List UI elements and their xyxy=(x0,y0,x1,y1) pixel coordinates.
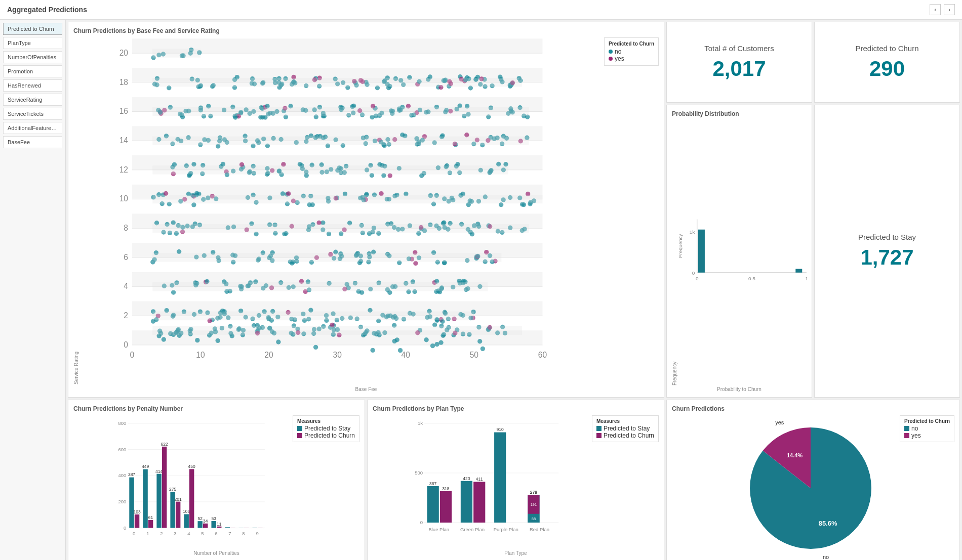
sidebar-item-basefee[interactable]: BaseFee xyxy=(3,136,62,148)
svg-text:400: 400 xyxy=(118,472,127,478)
stats-row: Total # of Customers 2,017 Predicted to … xyxy=(666,22,960,103)
svg-rect-839 xyxy=(152,195,542,203)
scatter-legend-no-label: no xyxy=(615,48,621,55)
svg-text:yes: yes xyxy=(775,419,784,425)
svg-text:0: 0 xyxy=(133,531,135,536)
scatter-panel: Churn Predictions by Base Fee and Servic… xyxy=(68,22,664,398)
svg-point-52 xyxy=(276,339,280,344)
sidebar-item-promotion[interactable]: Promotion xyxy=(3,65,62,77)
svg-text:0: 0 xyxy=(696,276,699,281)
plantype-churn-rect xyxy=(596,433,602,438)
svg-text:61: 61 xyxy=(148,515,153,520)
svg-rect-842 xyxy=(152,107,529,116)
page-title: Aggregated Predictions ‹ › xyxy=(0,0,962,20)
sidebar-item-servicerating[interactable]: ServiceRating xyxy=(3,94,62,106)
sidebar-item-plantype[interactable]: PlanType xyxy=(3,37,62,49)
svg-text:275: 275 xyxy=(169,487,176,492)
svg-text:34: 34 xyxy=(203,519,208,524)
nav-prev[interactable]: ‹ xyxy=(930,4,941,15)
pie-yes-label: yes xyxy=(911,432,921,439)
svg-text:105: 105 xyxy=(183,509,190,514)
svg-text:200: 200 xyxy=(118,499,127,504)
svg-text:0: 0 xyxy=(130,351,134,359)
svg-point-54 xyxy=(395,337,399,342)
plantype-stay-label: Predicted to Stay xyxy=(604,425,650,432)
svg-text:367: 367 xyxy=(429,481,436,486)
svg-rect-840 xyxy=(152,165,508,174)
svg-text:2: 2 xyxy=(160,531,163,536)
svg-rect-915 xyxy=(427,486,439,523)
svg-rect-877 xyxy=(162,447,167,528)
svg-text:600: 600 xyxy=(118,447,127,452)
svg-point-49 xyxy=(430,343,435,348)
svg-text:1: 1 xyxy=(805,276,808,281)
svg-rect-835 xyxy=(152,312,474,320)
svg-text:Purple Plan: Purple Plan xyxy=(494,527,518,532)
pie-no-rect xyxy=(904,426,909,431)
svg-text:85.6%: 85.6% xyxy=(819,520,837,527)
pie-panel: Churn Predictions 85.6%no14.4%yes Predic… xyxy=(666,400,960,560)
sidebar-item-servicetickets[interactable]: ServiceTickets xyxy=(3,108,62,120)
svg-point-50 xyxy=(195,338,199,342)
svg-text:Red Plan: Red Plan xyxy=(530,527,549,532)
svg-text:Green Plan: Green Plan xyxy=(460,527,485,532)
svg-text:60: 60 xyxy=(538,351,547,359)
svg-text:40: 40 xyxy=(402,351,411,359)
svg-text:6: 6 xyxy=(124,253,128,262)
svg-rect-917 xyxy=(440,491,452,523)
svg-rect-848 xyxy=(795,269,802,273)
prob-y-label: Frequency xyxy=(672,120,677,385)
svg-rect-922 xyxy=(473,482,485,523)
pie-chart-svg: 85.6%no14.4%yes xyxy=(737,417,889,554)
svg-text:5: 5 xyxy=(201,531,204,536)
pie-title: Churn Predictions xyxy=(672,405,954,412)
penalty-chart-area: 0200400600800387103044961141462222752013… xyxy=(73,415,359,549)
svg-text:191: 191 xyxy=(531,502,537,507)
sidebar-item-predicted-to-churn[interactable]: Predicted to Churn xyxy=(3,23,62,35)
svg-rect-867 xyxy=(135,514,139,528)
svg-rect-843 xyxy=(152,78,522,87)
svg-text:7: 7 xyxy=(228,531,231,536)
svg-text:16: 16 xyxy=(119,107,128,115)
svg-rect-920 xyxy=(461,481,472,523)
scatter-legend-title: Predicted to Churn xyxy=(609,41,654,47)
svg-text:318: 318 xyxy=(442,486,449,491)
svg-point-47 xyxy=(313,345,318,350)
svg-point-53 xyxy=(162,337,166,341)
svg-text:103: 103 xyxy=(133,509,140,514)
content-area: Churn Predictions by Base Fee and Servic… xyxy=(66,20,962,560)
svg-point-41 xyxy=(434,342,439,347)
nav-next[interactable]: › xyxy=(944,4,955,15)
scatter-yes-dot xyxy=(609,57,613,61)
sidebar-item-numberofpenalties[interactable]: NumberOfPenalties xyxy=(3,51,62,63)
svg-text:12: 12 xyxy=(119,165,128,174)
svg-rect-892 xyxy=(203,524,208,528)
svg-text:18: 18 xyxy=(119,78,128,87)
svg-text:30: 30 xyxy=(333,351,342,359)
svg-point-51 xyxy=(215,338,220,343)
svg-rect-906 xyxy=(253,528,257,528)
scatter-x-label: Base Fee xyxy=(73,386,659,392)
sidebar-item-hasrenewed[interactable]: HasRenewed xyxy=(3,79,62,92)
pie-legend-title: Predicted to Churn xyxy=(904,418,950,424)
svg-text:10: 10 xyxy=(119,194,129,203)
plantype-legend: Measures Predicted to Stay Predicted to … xyxy=(592,415,659,442)
svg-rect-872 xyxy=(148,520,153,528)
svg-text:88: 88 xyxy=(532,516,536,521)
svg-text:20: 20 xyxy=(119,49,129,57)
pie-yes-rect xyxy=(904,433,909,438)
prob-x-label: Probability to Churn xyxy=(672,386,807,392)
total-customers-card: Total # of Customers 2,017 xyxy=(666,22,812,103)
plantype-panel: Churn Predictions by Plan Type 05001k367… xyxy=(367,400,664,560)
svg-rect-838 xyxy=(152,224,529,233)
penalty-stay-label: Predicted to Stay xyxy=(304,425,350,432)
svg-rect-875 xyxy=(156,474,161,528)
svg-rect-834 xyxy=(152,326,522,335)
penalty-legend-title: Measures xyxy=(297,418,355,424)
sidebar-item-additionalfeaturesp...[interactable]: AdditionalFeatureSp... xyxy=(3,122,62,134)
svg-text:no: no xyxy=(823,554,829,560)
svg-text:14.4%: 14.4% xyxy=(787,452,803,458)
svg-text:420: 420 xyxy=(463,476,470,481)
penalty-churn-label: Predicted to Churn xyxy=(304,432,355,439)
main-layout: Predicted to ChurnPlanTypeNumberOfPenalt… xyxy=(0,20,962,560)
